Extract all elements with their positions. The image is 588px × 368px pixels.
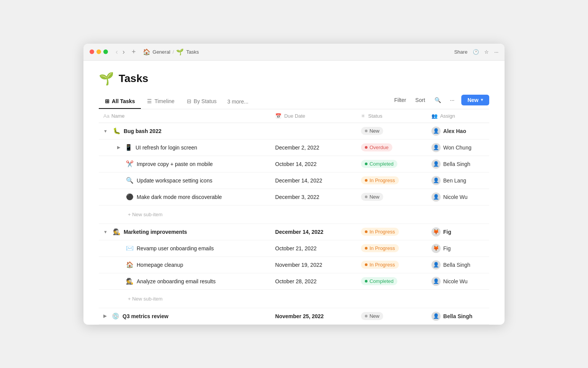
nav-buttons: ‹ ›: [114, 47, 126, 57]
group-due-date-cell: November 25, 2022: [271, 308, 356, 324]
task-assign-cell: 👤Bella Singh: [427, 256, 489, 273]
task-name-cell: ▶ 📱 UI refresh for login screen: [99, 139, 271, 156]
minimize-button[interactable]: [96, 49, 101, 54]
task-status-cell: Completed: [356, 156, 427, 172]
task-name-label[interactable]: Analyze onboarding email results: [137, 278, 216, 284]
group-name-cell: ▼ 🕵️ Marketing improvements: [99, 223, 271, 240]
table-header-row: Aa Name 📅 Due Date ✳ Status 👥 Ass: [99, 109, 489, 123]
status-badge: New: [361, 312, 383, 320]
table-row[interactable]: 🕵️ Analyze onboarding email results Octo…: [99, 273, 489, 289]
forward-button[interactable]: ›: [121, 47, 126, 57]
sort-button[interactable]: Sort: [413, 95, 428, 105]
group-assign-cell: 🦊Fig: [427, 223, 489, 240]
tabs-more-button[interactable]: 3 more...: [224, 95, 252, 108]
page-icon-small: 🌱: [176, 48, 184, 56]
share-button[interactable]: Share: [454, 49, 467, 55]
add-sub-item-cell: + New sub-item: [99, 205, 489, 223]
aa-icon: Aa: [103, 113, 109, 119]
table-row[interactable]: ✂️ Improve copy + paste on mobile Octobe…: [99, 156, 489, 172]
new-button[interactable]: New ▾: [461, 95, 489, 105]
filter-button[interactable]: Filter: [392, 95, 408, 105]
task-status-cell: In Progress: [356, 172, 427, 189]
task-name-label[interactable]: Improve copy + paste on mobile: [137, 161, 213, 167]
assignee-name: Nicole Wu: [443, 278, 468, 284]
group-toggle-icon[interactable]: ▼: [103, 129, 108, 133]
more-toolbar-button[interactable]: ···: [448, 95, 457, 105]
task-emoji: 🕵️: [126, 278, 134, 285]
assignee-name: Ben Lang: [443, 177, 466, 184]
group-assign-cell: 👤Alex Hao: [427, 123, 489, 139]
tab-by-status[interactable]: ⊟ By Status: [181, 94, 223, 109]
add-sub-item-row[interactable]: + New sub-item: [99, 205, 489, 223]
task-name-label[interactable]: Homepage cleanup: [137, 262, 183, 268]
task-name-cell: ⚫ Make dark mode more discoverable: [99, 189, 271, 205]
avatar: 👤: [431, 260, 441, 269]
table-row[interactable]: ✉️ Revamp user onboarding emails October…: [99, 240, 489, 256]
calendar-icon: 📅: [275, 113, 281, 119]
fullscreen-button[interactable]: [103, 49, 108, 54]
add-sub-item-button[interactable]: + New sub-item: [103, 209, 485, 220]
star-icon[interactable]: ☆: [484, 49, 489, 55]
task-assign-cell: 👤Nicole Wu: [427, 189, 489, 205]
assign-col-icon: 👥: [431, 113, 438, 119]
status-badge: In Progress: [361, 228, 399, 236]
table-row[interactable]: ▶ 💿 Q3 metrics review November 25, 2022 …: [99, 308, 489, 324]
group-name-label: Bug bash 2022: [124, 128, 162, 134]
task-status-cell: In Progress: [356, 256, 427, 273]
close-button[interactable]: [90, 49, 94, 54]
table-row[interactable]: 🔍 Update workspace setting icons Decembe…: [99, 172, 489, 189]
assignee-name: Fig: [443, 245, 451, 251]
breadcrumb-page[interactable]: Tasks: [186, 49, 199, 55]
table-row[interactable]: 🏠 Homepage cleanup November 19, 2022 In …: [99, 256, 489, 273]
status-badge: In Progress: [361, 244, 399, 252]
task-name-label[interactable]: Make dark mode more discoverable: [137, 194, 222, 200]
new-button-caret: ▾: [481, 97, 483, 102]
task-due-date-cell: October 14, 2022: [271, 156, 356, 172]
table-row[interactable]: ▶ 📱 UI refresh for login screen December…: [99, 139, 489, 156]
task-due-date-cell: October 28, 2022: [271, 273, 356, 289]
table-row[interactable]: ⚫ Make dark mode more discoverable Decem…: [99, 189, 489, 205]
tab-timeline[interactable]: ☰ Timeline: [141, 94, 180, 109]
task-name-label[interactable]: UI refresh for login screen: [136, 145, 197, 151]
breadcrumb-separator: /: [173, 49, 174, 55]
expand-task-icon[interactable]: ▶: [117, 145, 120, 150]
avatar: 👤: [431, 127, 441, 136]
table-row[interactable]: ▼ 🐛 Bug bash 2022 New 👤Alex Hao: [99, 123, 489, 139]
status-badge: In Progress: [361, 176, 399, 184]
table-row[interactable]: ▼ 🕵️ Marketing improvements December 14,…: [99, 223, 489, 240]
add-sub-item-row[interactable]: + New sub-item: [99, 289, 489, 308]
avatar: 👤: [431, 312, 441, 321]
task-status-cell: Completed: [356, 273, 427, 289]
task-emoji: ⚫: [126, 193, 134, 200]
group-name-label: Marketing improvements: [124, 229, 187, 235]
group-emoji: 🐛: [113, 127, 121, 135]
breadcrumb: 🏠 General / 🌱 Tasks: [143, 48, 451, 56]
breadcrumb-home[interactable]: General: [153, 49, 170, 55]
new-button-label: New: [467, 97, 479, 103]
group-toggle-icon[interactable]: ▶: [103, 314, 106, 319]
page-header-icon: 🌱: [99, 71, 114, 86]
clock-icon[interactable]: 🕐: [473, 49, 479, 55]
col-header-name: Aa Name: [99, 109, 271, 123]
assignee-name: Fig: [443, 229, 451, 235]
task-name-cell: ✉️ Revamp user onboarding emails: [99, 240, 271, 256]
home-icon: 🏠: [143, 48, 150, 56]
group-name-cell: ▼ 🐛 Bug bash 2022: [99, 123, 271, 139]
add-tab-button[interactable]: +: [132, 48, 136, 56]
task-name-label[interactable]: Revamp user onboarding emails: [137, 245, 214, 251]
avatar: 🦊: [431, 244, 441, 253]
group-emoji: 💿: [112, 312, 119, 320]
tab-all-tasks[interactable]: ⊞ All Tasks: [99, 94, 141, 109]
task-assign-cell: 👤Nicole Wu: [427, 273, 489, 289]
task-assign-cell: 👤Bella Singh: [427, 156, 489, 172]
more-options-icon[interactable]: ···: [494, 49, 498, 55]
task-due-date-cell: December 2, 2022: [271, 139, 356, 156]
task-name-label[interactable]: Update workspace setting icons: [137, 177, 212, 184]
group-toggle-icon[interactable]: ▼: [103, 230, 108, 234]
back-button[interactable]: ‹: [114, 47, 119, 57]
tab-all-tasks-label: All Tasks: [112, 98, 135, 104]
task-assign-cell: 👤Won Chung: [427, 139, 489, 156]
search-button[interactable]: 🔍: [432, 95, 443, 105]
task-name-cell: 🔍 Update workspace setting icons: [99, 172, 271, 189]
add-sub-item-button[interactable]: + New sub-item: [103, 293, 485, 304]
